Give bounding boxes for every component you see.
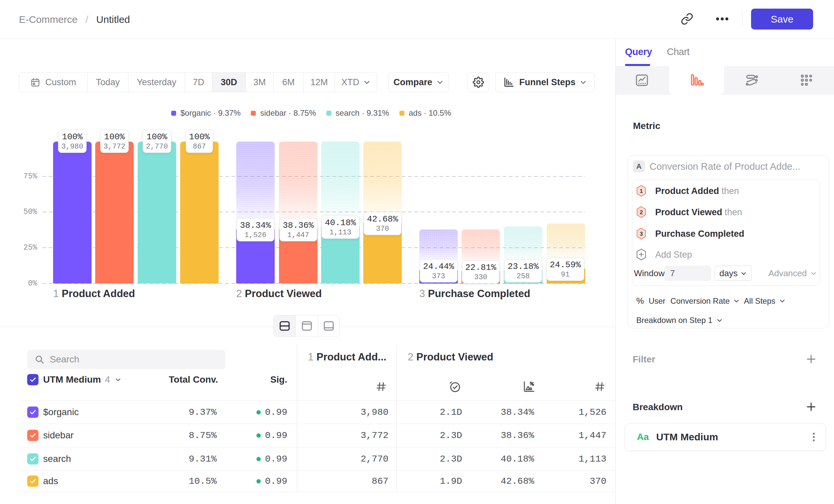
svg-text:2: 2 (640, 209, 643, 215)
svg-text:1: 1 (640, 188, 643, 194)
svg-text:3: 3 (640, 230, 643, 237)
